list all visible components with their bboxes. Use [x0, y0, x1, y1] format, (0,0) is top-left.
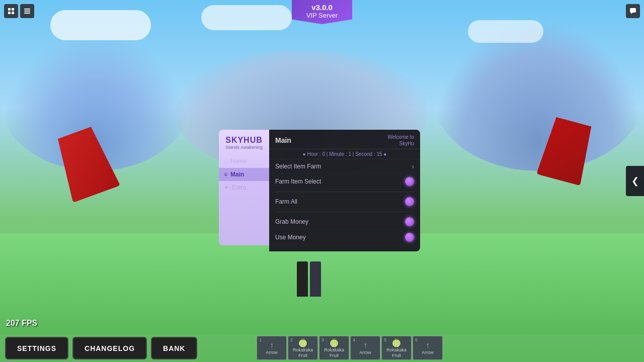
version-number: v3.0.0 — [302, 3, 342, 12]
cloud-1 — [50, 10, 151, 40]
menu-icon-2[interactable] — [20, 4, 34, 18]
sidebar-item-home[interactable]: ⌂ Home — [219, 155, 269, 168]
bank-button[interactable]: BANK — [151, 337, 197, 359]
select-item-farm-label: Select Item Farm — [275, 163, 321, 170]
slot-6-label: Arrow — [422, 350, 434, 355]
hotbar-slot-3[interactable]: 3 🍈 Rokakaka Fruit — [319, 336, 349, 360]
arrow-icon-4: ↑ — [363, 341, 367, 350]
extra-icon: ✦ — [224, 184, 229, 191]
panel-header: Main Welcome to SkyHu — [269, 130, 420, 149]
fruit-icon-3: 🍈 — [329, 338, 339, 347]
cloud-3 — [201, 5, 292, 30]
server-type: VIP Server — [302, 12, 342, 19]
panel-title: Main — [275, 136, 291, 144]
divider-2 — [275, 212, 414, 212]
right-panel-toggle[interactable]: ❮ — [626, 166, 644, 196]
select-item-farm-row: Select Item Farm › — [269, 159, 420, 174]
sidebar-label-home: Home — [230, 158, 247, 165]
sidebar-label-main: Main — [230, 171, 244, 178]
farm-all-row: Farm All — [269, 194, 420, 210]
chat-icon[interactable] — [626, 4, 640, 18]
farm-item-select-label: Farm Item Select — [275, 178, 321, 185]
svg-marker-8 — [631, 13, 633, 14]
menu-icon-1[interactable] — [4, 4, 18, 18]
svg-rect-7 — [630, 8, 636, 13]
version-flag: v3.0.0 VIP Server — [292, 0, 352, 24]
fps-counter: 207 FPS — [6, 319, 37, 328]
farm-all-toggle[interactable] — [405, 197, 414, 206]
sidebar-label-extra: Extra — [232, 184, 246, 191]
farm-item-select-toggle[interactable] — [405, 177, 414, 186]
timer-bar: ● Hour : 0 | Minute : 1 | Second : 15 ● — [269, 149, 420, 159]
farm-item-select-controls — [405, 177, 414, 186]
cloud-2 — [468, 20, 543, 43]
use-money-label: Use Money — [275, 234, 306, 241]
skyhub-title: SKYHUB — [219, 136, 269, 145]
svg-rect-1 — [12, 8, 14, 11]
svg-rect-0 — [8, 8, 11, 11]
sidebar-item-main[interactable]: ≡ Main — [219, 168, 269, 181]
slot-3-label: Rokakaka Fruit — [319, 347, 349, 358]
svg-rect-6 — [24, 13, 30, 14]
divider-1 — [275, 192, 414, 192]
slot-4-label: Arrow — [359, 350, 371, 355]
welcome-text: Welcome to SkyHu — [387, 134, 414, 147]
slot-5-label: Rokakaka Fruit — [382, 347, 411, 358]
farm-all-label: Farm All — [275, 198, 297, 205]
select-item-farm-controls: › — [412, 162, 414, 170]
hotbar: 1 ↑ Arrow 2 🍈 Rokakaka Fruit 3 🍈 Rokakak… — [257, 336, 443, 360]
svg-rect-4 — [24, 9, 30, 10]
main-panel: Main Welcome to SkyHu ● Hour : 0 | Minut… — [269, 130, 420, 251]
grab-money-controls — [405, 217, 414, 226]
farm-item-select-row: Farm Item Select — [269, 174, 420, 190]
fruit-icon-2: 🍈 — [298, 338, 308, 347]
player-character — [297, 261, 327, 302]
changelog-button[interactable]: CHANGELOG — [72, 337, 147, 359]
hotbar-slot-6[interactable]: 6 ↑ Arrow — [413, 336, 443, 360]
skyhub-sidebar: SKYHUB Stands Awakening ⌂ Home ≡ Main ✦ … — [219, 130, 269, 245]
grab-money-label: Grab Money — [275, 218, 308, 225]
use-money-row: Use Money — [269, 230, 420, 245]
grab-money-toggle[interactable] — [405, 217, 414, 226]
select-item-farm-arrow[interactable]: › — [412, 162, 414, 170]
timer-text: ● Hour : 0 | Minute : 1 | Second : 15 ● — [303, 151, 387, 157]
red-character-right — [543, 121, 614, 196]
use-money-controls — [405, 233, 414, 242]
main-icon: ≡ — [224, 171, 227, 178]
settings-button[interactable]: SETTINGS — [5, 337, 68, 359]
grab-money-row: Grab Money — [269, 214, 420, 230]
fruit-icon-5: 🍈 — [391, 338, 401, 347]
slot-1-label: Arrow — [266, 350, 278, 355]
skyhub-subtitle: Stands Awakening — [219, 145, 269, 150]
svg-rect-5 — [24, 11, 30, 12]
hotbar-slot-5[interactable]: 5 🍈 Rokakaka Fruit — [381, 336, 412, 360]
hotbar-slot-1[interactable]: 1 ↑ Arrow — [257, 336, 287, 360]
svg-rect-3 — [12, 12, 14, 14]
right-leg — [310, 261, 321, 297]
arrow-icon-1: ↑ — [270, 341, 274, 350]
left-leg — [297, 261, 308, 297]
svg-rect-2 — [8, 12, 11, 14]
arrow-icon-6: ↑ — [426, 341, 430, 350]
slot-2-label: Rokakaka Fruit — [288, 347, 317, 358]
sidebar-item-extra[interactable]: ✦ Extra — [219, 181, 269, 194]
use-money-toggle[interactable] — [405, 233, 414, 242]
home-icon: ⌂ — [224, 158, 227, 165]
red-character-left — [60, 131, 141, 211]
hotbar-slot-2[interactable]: 2 🍈 Rokakaka Fruit — [288, 336, 318, 360]
farm-all-controls — [405, 197, 414, 206]
top-left-icons — [4, 4, 34, 18]
hotbar-slot-4[interactable]: 4 ↑ Arrow — [350, 336, 380, 360]
chevron-left-icon: ❮ — [631, 175, 639, 187]
